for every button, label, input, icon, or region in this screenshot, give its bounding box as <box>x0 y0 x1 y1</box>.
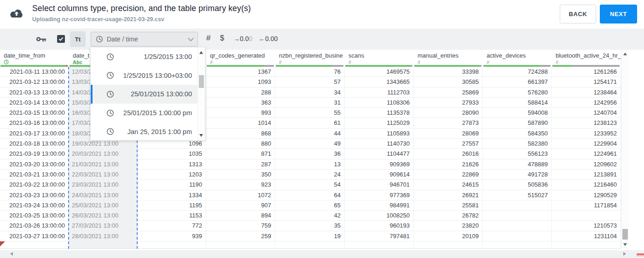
table-cell: 2021-03-27 13:00:00 <box>0 231 69 241</box>
column-header-scans[interactable]: scans# <box>345 50 414 67</box>
table-cell <box>483 221 552 231</box>
table-cell: 1203 <box>138 170 206 180</box>
increase-decimals-button[interactable]: →0.00 <box>233 35 252 42</box>
column-header-qr_codes_generated[interactable]: qr_codes_generated# <box>206 50 275 67</box>
table-cell: 1238464 <box>552 88 621 98</box>
header-bar: Select columns type, precision, and the … <box>0 0 644 29</box>
table-cell: 2021-03-11 13:00:00 <box>0 67 69 77</box>
table-cell: 576280 <box>483 88 552 98</box>
primary-key-button[interactable] <box>36 35 47 45</box>
table-cell: 35 <box>275 221 345 231</box>
horizontal-scroll-thumb[interactable] <box>637 253 644 257</box>
table-row: 2021-03-27 13:00:0028/03/2021 13:0093925… <box>0 231 621 241</box>
table-cell: 1469575 <box>345 67 414 77</box>
table-cell: 1112703 <box>345 88 414 98</box>
scroll-left-arrow-icon[interactable] <box>10 252 13 256</box>
menu-scroll-thumb[interactable] <box>199 75 204 88</box>
column-header-bluetooth_active_24_hr_[interactable]: bluetooth_active_24_hr_# <box>552 50 621 67</box>
table-cell: 946701 <box>345 180 414 190</box>
option-label: 25/01/2015 13:00:00 <box>114 90 197 98</box>
selected-column-cell: 20/03/2021 13:00 <box>69 149 138 159</box>
table-cell: 984991 <box>345 200 414 211</box>
next-button[interactable]: NEXT <box>600 5 637 23</box>
column-header-date_time_from[interactable]: date_time_from <box>0 50 69 67</box>
table-cell: 44 <box>275 129 345 139</box>
table-cell: 923 <box>206 180 275 190</box>
table-cell: 27557 <box>414 139 483 149</box>
table-cell: 1190 <box>138 180 206 190</box>
table-row: 2021-03-21 13:00:0022/03/2021 13:0012033… <box>0 170 621 180</box>
table-cell: 24 <box>275 170 345 180</box>
table-cell: 2021-03-23 13:00:00 <box>0 190 69 200</box>
table-row <box>0 241 621 249</box>
scroll-right-arrow-icon[interactable] <box>623 252 626 256</box>
column-name: nzbn_registered_busine <box>275 50 345 59</box>
table-cell: 1008250 <box>345 211 414 221</box>
menu-scrollbar[interactable] <box>197 47 205 140</box>
menu-scroll-down-icon[interactable] <box>199 134 203 137</box>
selected-column-cell: 27/03/2021 13:00 <box>69 221 138 231</box>
boolean-type-checkbox[interactable] <box>57 35 65 43</box>
table-cell: 1072 <box>206 190 275 200</box>
table-cell: 31 <box>275 98 345 108</box>
column-header-manual_entries[interactable]: manual_entries# <box>414 50 483 67</box>
selected-column-cell: 26/03/2021 13:00 <box>69 211 138 221</box>
table-cell: 1242956 <box>552 98 621 108</box>
datetime-format-option[interactable]: Jan 25, 2015 1:00 pm <box>91 122 197 141</box>
upload-cloud-icon <box>8 8 25 22</box>
table-cell: 259 <box>206 231 275 241</box>
horizontal-scrollbar[interactable] <box>0 250 644 258</box>
table-cell: 64 <box>275 190 345 200</box>
table-cell: 76 <box>275 67 345 77</box>
text-type-button[interactable]: Tt <box>70 31 86 47</box>
table-cell: 797481 <box>345 231 414 241</box>
table-cell: 288 <box>206 88 275 98</box>
datetime-format-option[interactable]: 1/25/2015 13:00 <box>91 47 197 66</box>
number-type-button[interactable]: # <box>206 34 210 43</box>
table-cell: 1240704 <box>552 108 621 118</box>
option-label: 25/01/2015 1:00:00 pm <box>114 109 197 117</box>
table-cell <box>275 241 345 249</box>
table-cell: 1238123 <box>552 118 621 128</box>
currency-type-button[interactable]: $ <box>220 34 224 42</box>
clock-icon <box>106 90 114 98</box>
table-cell: 584350 <box>483 129 552 139</box>
vertical-scroll-thumb[interactable] <box>622 229 628 240</box>
clock-icon <box>106 128 114 135</box>
table-cell: 977369 <box>345 190 414 200</box>
table-cell: 993 <box>206 108 275 118</box>
menu-scroll-up-icon[interactable] <box>199 51 203 54</box>
datetime-format-select[interactable]: Date / time <box>91 32 198 47</box>
table-row: 2021-03-23 13:00:0024/03/2021 13:0013341… <box>0 190 621 200</box>
column-header-nzbn_registered_busine[interactable]: nzbn_registered_busine# <box>275 50 345 67</box>
table-cell: 1171854 <box>552 200 621 211</box>
decrease-decimals-button[interactable]: ←0.00 <box>259 35 278 42</box>
table-cell: 1261266 <box>552 67 621 77</box>
table-cell: 26782 <box>414 211 483 221</box>
table-cell: 2021-03-19 13:00:00 <box>0 149 69 159</box>
table-cell: 57 <box>275 77 345 87</box>
selected-option-marker <box>91 85 93 104</box>
table-cell: 28090 <box>414 108 483 118</box>
table-cell: 30585 <box>414 77 483 87</box>
datetime-format-option[interactable]: 1/25/2015 13:00+03:00 <box>91 66 197 85</box>
menu-options: 1/25/2015 13:001/25/2015 13:00+03:0025/0… <box>91 47 197 140</box>
selected-column-cell <box>69 241 138 249</box>
column-name: qr_codes_generated <box>206 50 275 59</box>
datetime-format-option[interactable]: 25/01/2015 13:00:00 <box>91 85 197 104</box>
table-cell: 28069 <box>414 129 483 139</box>
vertical-scrollbar[interactable] <box>621 50 629 249</box>
datetime-format-option[interactable]: 25/01/2015 1:00:00 pm <box>91 104 197 123</box>
datetime-format-menu: 1/25/2015 13:001/25/2015 13:00+03:0025/0… <box>90 47 205 141</box>
table-cell: 894 <box>206 211 275 221</box>
table-cell: 1104477 <box>345 149 414 159</box>
back-button[interactable]: BACK <box>560 5 596 23</box>
scroll-down-arrow-icon[interactable] <box>623 243 627 246</box>
scroll-up-arrow-icon[interactable] <box>623 53 627 55</box>
column-header-active_devices[interactable]: active_devices# <box>483 50 552 67</box>
table-cell <box>138 241 206 249</box>
column-name: manual_entries <box>414 50 483 59</box>
table-cell: 1313 <box>138 159 206 170</box>
table-cell: 287 <box>206 159 275 170</box>
table-cell: 1224961 <box>552 149 621 159</box>
